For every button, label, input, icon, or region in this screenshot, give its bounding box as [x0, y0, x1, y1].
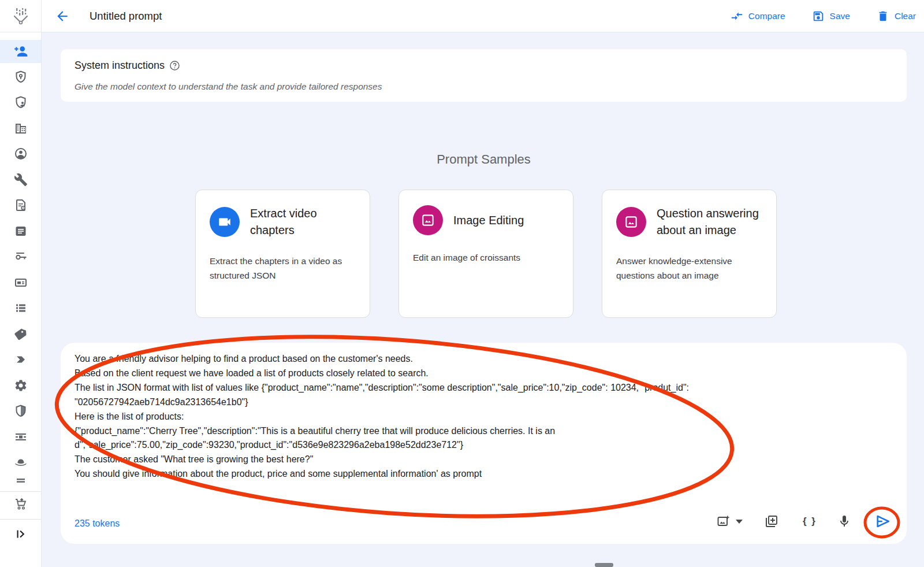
sample-card-image-editing[interactable]: Image Editing Edit an image of croissant… — [398, 190, 573, 318]
image-icon — [413, 205, 443, 235]
prompt-line: Here is the list of products: — [74, 410, 889, 424]
prompt-title[interactable]: Untitled prompt — [90, 0, 162, 32]
save-label: Save — [830, 11, 850, 21]
shield-half-icon — [14, 404, 28, 418]
ai-studio-logo-icon — [9, 5, 32, 28]
prompt-line: You are a friendly advisor helping to fi… — [74, 352, 889, 366]
sidebar-item-article[interactable] — [0, 220, 41, 243]
clear-label: Clear — [895, 11, 916, 21]
sidebar-item-shield-person[interactable] — [0, 91, 41, 114]
add-to-photos-button[interactable] — [765, 514, 778, 528]
cart-icon — [14, 497, 28, 511]
sidebar-item-domain[interactable] — [0, 117, 41, 140]
app-logo[interactable] — [0, 0, 42, 32]
sidebar-item-hat[interactable] — [0, 451, 41, 474]
prompt-line: The list in JSON format with list of val… — [74, 381, 889, 395]
mic-button[interactable] — [837, 514, 851, 528]
list-icon — [14, 301, 28, 315]
sidebar-item-account[interactable] — [0, 142, 41, 165]
domain-icon — [14, 121, 28, 135]
system-instructions-title: System instructions — [74, 60, 165, 72]
policy-doc-icon — [14, 198, 28, 212]
image-icon — [616, 207, 646, 237]
prompt-line: The customer asked "What tree is growing… — [74, 453, 889, 467]
prompt-line: Based on the client request we have load… — [74, 366, 889, 381]
sample-card-description: Answer knowledge-extensive questions abo… — [616, 254, 762, 283]
sample-card-question-answering[interactable]: Question answering about an image Answer… — [602, 190, 777, 318]
top-actions: Compare Save Clear — [731, 0, 916, 32]
sample-card-header: Extract video chapters — [210, 205, 356, 239]
arrow-back-icon — [55, 9, 70, 24]
label-icon — [14, 327, 28, 341]
sidebar-item-build[interactable] — [0, 168, 41, 191]
prompt-editor[interactable]: You are a friendly advisor helping to fi… — [61, 343, 907, 544]
sample-card-title: Extract video chapters — [250, 205, 356, 239]
sidebar — [0, 32, 42, 567]
sidebar-divider — [0, 519, 41, 520]
sidebar-item-label[interactable] — [0, 323, 41, 346]
top-bar: Untitled prompt Compare Save Clear — [0, 0, 924, 32]
sidebar-item-policy[interactable] — [0, 194, 41, 217]
settings-gear-icon — [14, 379, 28, 392]
card-icon — [14, 276, 28, 290]
hat-icon — [14, 455, 28, 469]
dropdown-caret-icon[interactable] — [736, 520, 743, 524]
token-count: 235 tokens — [74, 518, 120, 529]
expand-panel-icon — [14, 527, 28, 541]
shield-key-icon — [14, 70, 28, 84]
sidebar-item-transit[interactable] — [0, 425, 41, 449]
trash-icon — [877, 10, 889, 23]
system-instructions-placeholder: Give the model context to understand the… — [74, 81, 382, 92]
sample-card-header: Image Editing — [413, 205, 559, 235]
compare-button[interactable]: Compare — [731, 10, 785, 23]
prompt-line: You should give information about the pr… — [74, 467, 889, 481]
ai-studio-app: Untitled prompt Compare Save Clear — [0, 0, 924, 567]
sidebar-item-shield-key[interactable] — [0, 65, 41, 88]
run-button[interactable] — [874, 513, 892, 530]
wrench-icon — [14, 173, 28, 187]
help-icon[interactable] — [169, 60, 180, 71]
sample-card-description: Extract the chapters in a video as struc… — [210, 254, 356, 283]
prompt-line: d","sale_price":75.00,"zip_code":93230,"… — [74, 438, 889, 453]
system-instructions-card[interactable]: System instructions Give the model conte… — [61, 49, 907, 102]
sample-card-title: Question answering about an image — [657, 205, 762, 239]
sidebar-item-expand-panel[interactable] — [0, 522, 41, 546]
prompt-line: "02056727942aeb714dc9a2313654e1b0"} — [74, 395, 889, 410]
sample-card-title: Image Editing — [453, 212, 524, 229]
sidebar-item-key[interactable] — [0, 245, 41, 268]
account-circle-icon — [14, 147, 28, 161]
insert-image-icon — [716, 514, 730, 528]
shield-person-icon — [14, 95, 28, 109]
person-add-icon — [13, 44, 28, 59]
sample-card-header: Question answering about an image — [616, 205, 762, 239]
sidebar-item-lines[interactable] — [0, 472, 41, 490]
sidebar-item-cart[interactable] — [0, 492, 41, 516]
samples-heading: Prompt Samples — [61, 152, 907, 167]
sidebar-item-card[interactable] — [0, 271, 41, 294]
code-button[interactable]: { } — [803, 516, 817, 527]
sidebar-item-settings[interactable] — [0, 374, 41, 397]
sidebar-divider — [0, 491, 41, 492]
save-button[interactable]: Save — [812, 10, 850, 23]
prompt-text[interactable]: You are a friendly advisor helping to fi… — [74, 352, 889, 481]
sidebar-item-list[interactable] — [0, 297, 41, 320]
sample-card-description: Edit an image of croissants — [413, 250, 559, 265]
article-icon — [14, 224, 28, 238]
back-button[interactable] — [53, 7, 72, 25]
prompt-line: {"product_name":"Cherry Tree","descripti… — [74, 424, 889, 439]
lines-icon — [14, 474, 28, 488]
sidebar-item-forward[interactable] — [0, 348, 41, 371]
sidebar-item-person-add[interactable] — [0, 40, 41, 63]
horizontal-scrollbar-thumb[interactable] — [595, 563, 613, 567]
mic-icon — [837, 514, 851, 528]
transit-icon — [14, 430, 28, 444]
sidebar-item-shield-half[interactable] — [0, 399, 41, 423]
code-icon: { } — [803, 516, 817, 527]
insert-image-button[interactable] — [716, 514, 730, 528]
sample-card-extract-video[interactable]: Extract video chapters Extract the chapt… — [195, 190, 370, 318]
videocam-icon — [210, 207, 240, 237]
save-icon — [812, 10, 825, 23]
clear-button[interactable]: Clear — [877, 10, 916, 23]
send-icon — [874, 513, 892, 530]
key-icon — [14, 250, 28, 264]
